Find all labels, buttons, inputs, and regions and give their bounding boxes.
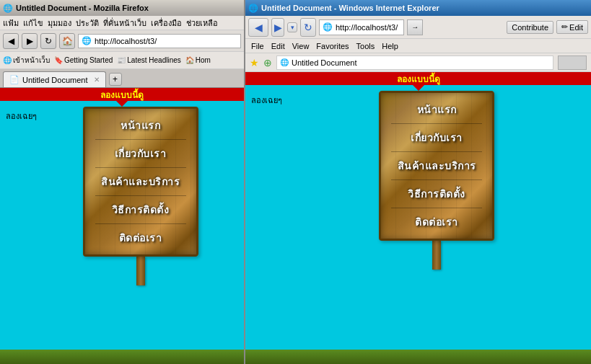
ie-fav-star[interactable]: ★	[250, 57, 259, 68]
ie-divider-1	[391, 123, 482, 124]
ff-titlebar: 🌐 Untitled Document - Mozilla Firefox	[0, 0, 244, 16]
bookmark-item-4[interactable]: 🏠 Hom	[185, 56, 211, 64]
ie-forward-icon: ▶	[274, 22, 282, 33]
ie-tab-favicon-small: 🌐	[280, 58, 289, 66]
ff-sign-container: หน้าแรก เกี่ยวกับเรา สินค้าและบริการ วิธ…	[83, 107, 198, 285]
ff-toolbar: ◀ ▶ ↻ 🏠 🌐 http://localhost/t3/	[0, 30, 244, 52]
ff-divider-3	[95, 195, 186, 196]
ff-address-text: http://localhost/t3/	[95, 37, 157, 45]
ie-menu-4[interactable]: วิธีการติดตั้ง	[388, 183, 485, 205]
ie-menu-5[interactable]: ติดต่อเรา	[388, 211, 485, 233]
ie-top-bar-text: ลองแบบนี้ดู	[397, 72, 440, 86]
forward-button[interactable]: ▶	[22, 33, 38, 49]
ie-fav-bar: ★ ⊕ 🌐 Untitled Document	[245, 53, 591, 72]
ie-sign-post	[432, 241, 441, 270]
ie-refresh-button[interactable]: ↻	[300, 18, 316, 37]
ff-tab-1[interactable]: 📄 Untitled Document ✕	[3, 71, 106, 87]
ie-wooden-sign: หน้าแรก เกี่ยวกับเรา สินค้าและบริการ วิธ…	[379, 91, 494, 241]
menu-edit[interactable]: แก้ไข	[23, 17, 43, 30]
ff-tab-add[interactable]: +	[109, 73, 122, 86]
firefox-favicon: 🌐	[3, 4, 13, 13]
bookmark-label-2: Getting Started	[64, 56, 113, 64]
bookmark-label-1: เข้าหน้าเว็บ	[13, 55, 50, 66]
ff-tab-bar: 📄 Untitled Document ✕ +	[0, 69, 244, 88]
plus-icon: +	[113, 74, 118, 84]
ff-title: Untitled Document - Mozilla Firefox	[16, 4, 149, 12]
ie-refresh-icon: ↻	[304, 22, 312, 33]
bookmark-item-1[interactable]: 🌐 เข้าหน้าเว็บ	[3, 55, 50, 66]
ff-menu-1[interactable]: หน้าแรก	[92, 115, 189, 136]
ff-tab-close[interactable]: ✕	[94, 76, 100, 84]
menu-bookmarks[interactable]: ที่คั่นหน้าเว็บ	[103, 17, 146, 30]
ie-menu-tools[interactable]: Tools	[356, 42, 375, 50]
ie-menu-file[interactable]: File	[251, 42, 264, 50]
ff-ground	[0, 350, 244, 364]
refresh-button[interactable]: ↻	[40, 33, 56, 49]
ff-divider-1	[95, 139, 186, 140]
menu-tools[interactable]: เครื่องมือ	[151, 17, 182, 30]
ie-contribute-button[interactable]: Contribute	[507, 21, 553, 34]
ie-titlebar: 🌐 Untitled Document - Windows Internet E…	[245, 0, 591, 16]
home-icon: 🏠	[62, 36, 73, 46]
menu-help[interactable]: ช่วยเหลือ	[186, 17, 218, 30]
firefox-window: 🌐 Untitled Document - Mozilla Firefox แฟ…	[0, 0, 245, 364]
ff-menu-3[interactable]: สินค้าและบริการ	[92, 171, 189, 192]
ie-fav-add[interactable]: ⊕	[263, 57, 272, 68]
ie-menubar: File Edit View Favorites Tools Help	[245, 39, 591, 53]
bookmark-icon-4: 🏠	[185, 56, 194, 64]
ff-menu-2[interactable]: เกี่ยวกับเรา	[92, 143, 189, 164]
ie-edit-button[interactable]: ✏ Edit	[556, 20, 588, 34]
ie-dropdown-btn[interactable]: ▾	[287, 22, 297, 32]
ie-toolbar: ◀ ▶ ▾ ↻ 🌐 http://localhost/t3/ → Contrib…	[245, 16, 591, 39]
ff-content-body: ลองเฉยๆ หน้าแรก เกี่ยวกับเรา สินค้าและบร…	[0, 101, 244, 364]
ie-menu-help[interactable]: Help	[382, 42, 398, 50]
ie-sign-container: หน้าแรก เกี่ยวกับเรา สินค้าและบริการ วิธ…	[379, 91, 494, 270]
bookmark-item-2[interactable]: 🔖 Getting Started	[54, 56, 113, 64]
ie-window: 🌐 Untitled Document - Windows Internet E…	[245, 0, 591, 364]
ie-top-red-bar: ลองแบบนี้ดู	[245, 72, 591, 85]
ie-back-icon: ◀	[255, 22, 263, 33]
ie-edit-label: Edit	[569, 23, 583, 32]
ie-menu-view[interactable]: View	[292, 42, 310, 50]
ff-sign-post	[136, 257, 145, 285]
ie-side-text: ลองเฉยๆ	[248, 91, 285, 110]
ie-content-body: ลองเฉยๆ หน้าแรก เกี่ยวกับเรา สินค้าและบร…	[245, 85, 591, 364]
ie-divider-2	[391, 151, 482, 152]
ff-tab-label: Untitled Document	[22, 76, 88, 84]
bookmark-item-3[interactable]: 📰 Latest Headlines	[117, 56, 181, 64]
ie-dropdown-icon: ▾	[291, 24, 294, 31]
ie-tab-input[interactable]: 🌐 Untitled Document	[276, 56, 553, 70]
bookmark-icon-1: 🌐	[3, 56, 12, 64]
ff-bookmarks-bar: 🌐 เข้าหน้าเว็บ 🔖 Getting Started 📰 Lates…	[0, 52, 244, 69]
menu-view[interactable]: มุมมอง	[48, 17, 71, 30]
bookmark-label-4: Hom	[196, 56, 211, 64]
ie-favicon: 🌐	[248, 4, 258, 13]
ie-address-bar[interactable]: 🌐 http://localhost/t3/	[319, 19, 404, 35]
ie-blank-tab[interactable]	[558, 56, 587, 70]
back-button[interactable]: ◀	[3, 33, 19, 49]
ie-ground	[245, 350, 591, 364]
ff-page-content: ลองแบบนี้ดู ลองเฉยๆ หน้าแรก เกี่ยวกับเรา…	[0, 88, 244, 364]
ff-menu-5[interactable]: ติดต่อเรา	[92, 227, 189, 249]
ie-menu-2[interactable]: เกี่ยวกับเรา	[388, 127, 485, 148]
ff-address-bar[interactable]: 🌐 http://localhost/t3/	[78, 34, 241, 48]
menu-history[interactable]: ประวัติ	[76, 17, 99, 30]
ff-divider-2	[95, 167, 186, 168]
ie-menu-edit[interactable]: Edit	[271, 42, 285, 50]
ie-menu-favorites[interactable]: Favorites	[316, 42, 349, 50]
ie-back-button[interactable]: ◀	[248, 18, 268, 37]
ie-forward-button[interactable]: ▶	[271, 18, 284, 37]
ff-favicon: 🌐	[82, 36, 92, 45]
ff-menu-4[interactable]: วิธีการติดตั้ง	[92, 199, 189, 221]
refresh-icon: ↻	[45, 36, 52, 46]
ff-menubar: แฟ้ม แก้ไข มุมมอง ประวัติ ที่คั่นหน้าเว็…	[0, 16, 244, 30]
ie-menu-3[interactable]: สินค้าและบริการ	[388, 155, 485, 177]
menu-file[interactable]: แฟ้ม	[3, 17, 19, 30]
ie-address-favicon: 🌐	[323, 22, 333, 32]
ff-top-red-bar: ลองแบบนี้ดู	[0, 88, 244, 101]
home-button[interactable]: 🏠	[59, 33, 75, 49]
ie-title: Untitled Document - Windows Internet Exp…	[261, 4, 439, 12]
ff-wooden-sign: หน้าแรก เกี่ยวกับเรา สินค้าและบริการ วิธ…	[83, 107, 198, 257]
ie-go-button[interactable]: →	[407, 19, 423, 35]
ie-menu-1[interactable]: หน้าแรก	[388, 99, 485, 120]
